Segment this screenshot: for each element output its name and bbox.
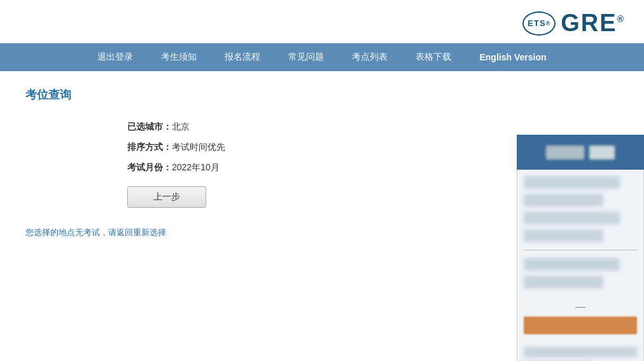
panel-row-5 [524, 258, 620, 271]
header: ETS® GRE® [0, 0, 644, 43]
nav-english[interactable]: English Version [465, 43, 560, 71]
panel-bottom-row-1 [524, 347, 637, 357]
panel-row-6 [524, 276, 603, 289]
nav-test-centers[interactable]: 考点列表 [338, 43, 402, 71]
ets-registered: ® [546, 20, 551, 27]
ets-text: ETS [528, 18, 545, 28]
gre-registered: ® [617, 14, 625, 24]
prev-button[interactable]: 上一步 [127, 186, 206, 208]
sort-value: 考试时间优先 [172, 142, 225, 152]
month-label: 考试月份： [127, 162, 172, 172]
gre-text: GRE [561, 10, 617, 36]
panel-blur-1 [546, 146, 584, 160]
main-content: 考位查询 — 已选城市：北京 排序方式：考试时间优先 [0, 71, 644, 251]
panel-row-4 [524, 229, 603, 242]
right-panel: — [517, 135, 644, 361]
nav-logout[interactable]: 退出登录 [83, 43, 147, 71]
panel-body [517, 170, 644, 295]
panel-orange-bar [524, 317, 637, 334]
nav-faq[interactable]: 常见问题 [274, 43, 338, 71]
panel-row-1 [524, 176, 620, 189]
page-title: 考位查询 [25, 87, 619, 102]
panel-top [517, 135, 644, 170]
panel-minus: — [524, 301, 637, 313]
nav-process[interactable]: 报名流程 [211, 43, 274, 71]
sort-label: 排序方式： [127, 142, 172, 152]
logo-area: ETS® GRE® [522, 10, 625, 37]
city-label: 已选城市： [127, 121, 172, 132]
panel-divider [524, 250, 637, 250]
nav-notice[interactable]: 考生须知 [147, 43, 211, 71]
navbar: 退出登录 考生须知 报名流程 常见问题 考点列表 表格下载 English Ve… [0, 43, 644, 71]
panel-orange-section: — [517, 295, 644, 341]
panel-bottom [517, 341, 644, 361]
panel-blur-2 [589, 146, 615, 160]
ets-logo: ETS® [522, 11, 556, 36]
month-value: 2022年10月 [172, 162, 220, 172]
city-value: 北京 [172, 121, 190, 132]
gre-logo: GRE® [561, 10, 625, 37]
nav-downloads[interactable]: 表格下载 [402, 43, 465, 71]
city-row: 已选城市：北京 [127, 121, 619, 133]
panel-row-3 [524, 212, 620, 224]
panel-row-2 [524, 194, 603, 207]
